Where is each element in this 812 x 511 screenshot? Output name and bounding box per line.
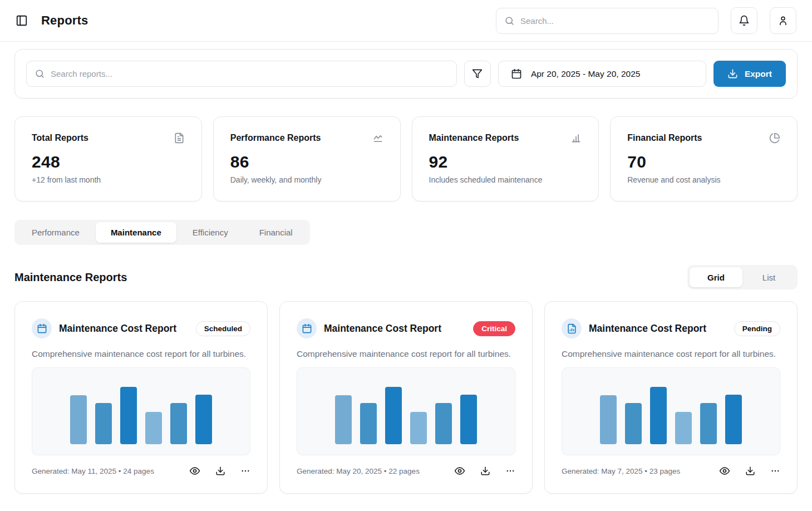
chart-bar (675, 412, 692, 444)
stat-subtext: Includes scheduled maintenance (429, 175, 582, 184)
generated-info: Generated: May 20, 2025 • 22 pages (297, 467, 420, 475)
stat-subtext: +12 from last month (32, 175, 185, 184)
status-badge: Pending (734, 321, 780, 336)
report-description: Comprehensive maintenance cost report fo… (562, 347, 780, 361)
grid-view-button[interactable]: Grid (690, 267, 742, 287)
panel-left-icon (16, 14, 28, 27)
more-options-button[interactable] (240, 466, 250, 476)
download-icon (727, 68, 738, 79)
report-title: Maintenance Cost Report (589, 323, 727, 335)
chart-bar (600, 395, 617, 444)
stat-card-total-reports: Total Reports 248 +12 from last month (14, 116, 202, 202)
file-text-icon (174, 132, 185, 144)
search-icon (35, 68, 45, 79)
tab-performance[interactable]: Performance (17, 222, 95, 243)
section-title: Maintenance Reports (14, 271, 127, 284)
user-menu-button[interactable] (770, 7, 796, 34)
status-badge: Scheduled (196, 321, 250, 336)
chart-bar (410, 412, 427, 444)
bell-icon (739, 15, 750, 26)
calendar-icon (511, 68, 522, 80)
tab-maintenance[interactable]: Maintenance (96, 222, 176, 243)
generated-info: Generated: May 11, 2025 • 24 pages (32, 467, 154, 475)
more-options-button[interactable] (505, 466, 515, 476)
preview-button[interactable] (719, 465, 730, 476)
chart-bar (625, 403, 642, 444)
chart-bar (385, 387, 402, 444)
report-card: Maintenance Cost Report Critical Compreh… (279, 301, 533, 494)
notifications-button[interactable] (731, 7, 757, 34)
calendar-icon (297, 318, 317, 338)
chart-bar (700, 403, 717, 444)
filter-icon (472, 68, 483, 79)
tab-financial[interactable]: Financial (244, 222, 308, 243)
stat-card-financial-reports: Financial Reports 70 Revenue and cost an… (610, 116, 798, 202)
bar-chart-icon (570, 132, 582, 144)
stat-value: 86 (230, 153, 383, 171)
stat-label: Total Reports (32, 133, 88, 143)
report-card: Maintenance Cost Report Pending Comprehe… (544, 301, 798, 494)
report-title: Maintenance Cost Report (324, 323, 466, 335)
chart-bar (195, 395, 212, 444)
report-mini-chart (297, 367, 515, 455)
chart-bar (120, 387, 137, 444)
reports-search-input[interactable] (51, 69, 449, 78)
stat-label: Performance Reports (230, 133, 321, 143)
download-button[interactable] (480, 466, 490, 476)
sidebar-toggle-button[interactable] (16, 14, 28, 27)
download-icon (215, 466, 225, 476)
eye-icon (719, 465, 730, 476)
chart-bar (335, 395, 352, 444)
tab-efficiency[interactable]: Efficiency (178, 222, 243, 243)
chart-bar (170, 403, 187, 444)
chart-bar (650, 387, 667, 444)
search-icon (504, 16, 515, 26)
download-icon (745, 466, 755, 476)
stat-label: Financial Reports (627, 133, 702, 143)
generated-info: Generated: May 7, 2025 • 23 pages (562, 467, 680, 475)
reports-search (26, 61, 457, 87)
list-view-button[interactable]: List (742, 267, 795, 287)
stat-card-performance-reports: Performance Reports 86 Daily, weekly, an… (213, 116, 401, 202)
eye-icon (189, 465, 200, 476)
download-icon (480, 466, 490, 476)
status-badge: Critical (473, 321, 515, 336)
user-icon (777, 15, 789, 26)
eye-icon (454, 465, 465, 476)
stat-value: 92 (429, 153, 582, 171)
global-search-input[interactable] (520, 16, 710, 26)
stats-row: Total Reports 248 +12 from last month Pe… (14, 116, 798, 202)
report-mini-chart (562, 367, 780, 455)
stat-value: 70 (627, 153, 780, 171)
download-button[interactable] (215, 466, 225, 476)
date-range-label: Apr 20, 2025 - May 20, 2025 (531, 69, 640, 79)
page-title: Reports (41, 13, 88, 28)
view-toggle: Grid List (687, 265, 798, 289)
ellipsis-icon (770, 466, 780, 476)
preview-button[interactable] (454, 465, 465, 476)
ellipsis-icon (240, 466, 250, 476)
report-title: Maintenance Cost Report (59, 323, 189, 335)
preview-button[interactable] (189, 465, 200, 476)
ellipsis-icon (505, 466, 515, 476)
stat-label: Maintenance Reports (429, 133, 519, 143)
stat-value: 248 (32, 153, 185, 171)
filter-button[interactable] (464, 61, 491, 87)
download-button[interactable] (745, 466, 755, 476)
chart-bar (460, 395, 477, 444)
stat-subtext: Daily, weekly, and monthly (230, 175, 383, 184)
stat-card-maintenance-reports: Maintenance Reports 92 Includes schedule… (412, 116, 599, 202)
more-options-button[interactable] (770, 466, 780, 476)
app-header: Reports (0, 0, 812, 42)
main-content: Apr 20, 2025 - May 20, 2025 Export Total… (0, 49, 812, 494)
export-label: Export (745, 69, 772, 79)
chart-bar (725, 395, 742, 444)
global-search (496, 8, 719, 34)
pie-chart-icon (769, 132, 780, 144)
report-description: Comprehensive maintenance cost report fo… (32, 347, 250, 361)
date-range-picker[interactable]: Apr 20, 2025 - May 20, 2025 (498, 61, 706, 87)
export-button[interactable]: Export (713, 61, 786, 87)
chart-bar (145, 412, 162, 444)
chart-bar (70, 395, 87, 444)
stat-subtext: Revenue and cost analysis (627, 175, 780, 184)
